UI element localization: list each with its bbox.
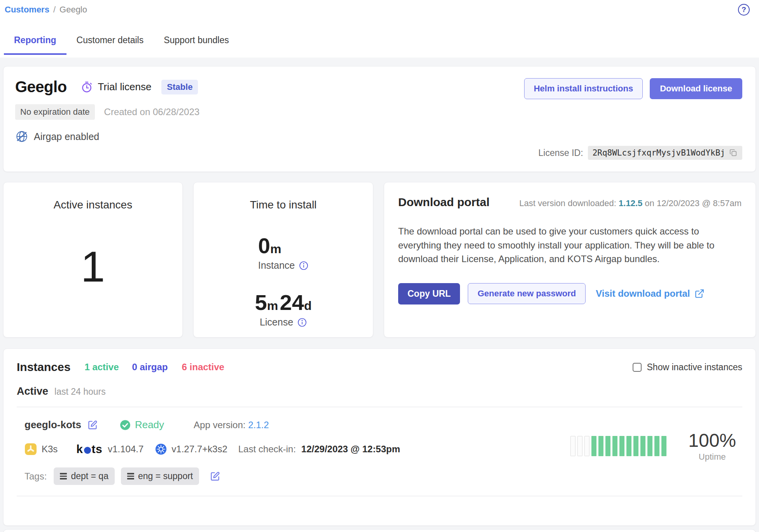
copy-icon[interactable]	[729, 149, 738, 157]
page-content: Geeglo Trial license Stable No exp	[0, 58, 759, 532]
uptime-bars	[570, 436, 666, 456]
customer-title-row: Geeglo Trial license Stable	[15, 78, 199, 96]
instance-name: geeglo-kots	[24, 419, 81, 431]
kots-logo-ts: ts	[92, 443, 103, 456]
trial-timer-icon	[81, 81, 93, 93]
time-to-install-card: Time to install 0m Instance 5m 24d	[193, 182, 373, 338]
customer-header-right: Helm install instructions Download licen…	[524, 78, 742, 160]
active-section-label: Active	[17, 385, 48, 397]
show-inactive-toggle[interactable]: Show inactive instances	[633, 362, 742, 373]
kots-version: v1.104.7	[108, 444, 143, 455]
license-time-value-1: 5	[255, 290, 267, 315]
airgap-count[interactable]: 0 airgap	[132, 362, 168, 373]
ready-label: Ready	[135, 419, 164, 431]
customer-name: Geeglo	[15, 78, 67, 96]
license-time-unit-2: d	[304, 299, 312, 313]
instance-install-time: 0m Instance	[258, 233, 309, 271]
license-info-icon[interactable]	[297, 318, 307, 327]
license-id-label: License ID:	[539, 148, 583, 158]
next-card-peek	[3, 529, 756, 532]
copy-url-button[interactable]: Copy URL	[398, 283, 460, 304]
instance-details: geeglo-kots	[24, 419, 400, 485]
uptime-bar	[640, 436, 645, 456]
download-license-button[interactable]: Download license	[650, 78, 742, 99]
license-type: Trial license	[81, 81, 152, 93]
app-version-link[interactable]: 2.1.2	[248, 420, 269, 430]
uptime-bar	[661, 436, 666, 456]
visit-download-portal-link[interactable]: Visit download portal	[596, 288, 704, 299]
license-id-value: 2Rq8WLcsjfxqrMysjvB1WodYkBj	[593, 148, 725, 158]
show-inactive-label: Show inactive instances	[647, 362, 742, 373]
created-date: Created on 06/28/2023	[104, 107, 200, 117]
k3s-icon	[24, 443, 37, 455]
tag-lines-icon	[127, 473, 134, 480]
last-version-link[interactable]: 1.12.5	[619, 198, 642, 208]
license-type-label: Trial license	[98, 81, 152, 93]
helm-install-instructions-button[interactable]: Helm install instructions	[524, 78, 643, 99]
uptime-value: 100%	[688, 430, 736, 451]
download-portal-actions: Copy URL Generate new password Visit dow…	[398, 283, 742, 304]
tags-label: Tags:	[24, 471, 47, 482]
instance-time-value: 0	[258, 233, 270, 258]
uptime-bar	[591, 436, 596, 456]
uptime-bar	[598, 436, 603, 456]
uptime-bar	[633, 436, 638, 456]
help-icon[interactable]: ?	[738, 4, 750, 16]
instance-uptime: 100% Uptime	[570, 430, 738, 462]
license-id-row: License ID: 2Rq8WLcsjfxqrMysjvB1WodYkBj	[539, 146, 742, 160]
ready-check-icon	[120, 420, 131, 430]
download-portal-description: The download portal can be used to give …	[398, 224, 742, 266]
last-version-label: Last version downloaded:	[519, 198, 616, 208]
active-instances-card: Active instances 1	[3, 182, 183, 338]
instance-versions-row: K3s k ts v1.104.7	[24, 443, 400, 456]
license-time-label: License	[260, 317, 293, 328]
kots-logo-k: k	[76, 443, 83, 456]
tag-label: eng = support	[138, 471, 193, 481]
tab-customer-details[interactable]: Customer details	[66, 29, 154, 55]
download-portal-title: Download portal	[398, 196, 490, 209]
tags-list: dept = qaeng = support	[54, 467, 199, 485]
show-inactive-checkbox[interactable]	[633, 363, 642, 372]
tab-support-bundles[interactable]: Support bundles	[154, 29, 239, 55]
active-count[interactable]: 1 active	[84, 362, 119, 373]
active-section-sublabel: last 24 hours	[54, 387, 106, 397]
customer-meta-row: No expiration date Created on 06/28/2023	[15, 104, 199, 120]
edit-instance-name-icon[interactable]	[87, 420, 98, 430]
uptime-bar	[647, 436, 652, 456]
instance-info-icon[interactable]	[299, 261, 308, 270]
divider	[17, 496, 742, 496]
header-buttons: Helm install instructions Download licen…	[524, 78, 742, 99]
uptime-bar	[626, 436, 631, 456]
time-to-install-title: Time to install	[250, 199, 317, 211]
license-install-time: 5m 24d License	[255, 290, 312, 328]
tag-label: dept = qa	[71, 471, 108, 481]
edit-tags-icon[interactable]	[210, 471, 220, 481]
generate-new-password-button[interactable]: Generate new password	[468, 283, 586, 304]
tab-reporting[interactable]: Reporting	[4, 29, 66, 55]
inactive-count[interactable]: 6 inactive	[182, 362, 224, 373]
kots-logo: k ts	[76, 443, 102, 456]
breadcrumb: Customers / Geeglo	[4, 5, 750, 15]
tag-pill[interactable]: eng = support	[121, 467, 199, 485]
uptime-bar	[619, 436, 624, 456]
app-version-label: App version:	[194, 420, 245, 430]
last-checkin-label: Last check-in:	[238, 444, 296, 455]
breadcrumb-customers-link[interactable]: Customers	[5, 5, 49, 15]
breadcrumb-current: Geeglo	[59, 5, 87, 15]
airgap-globe-icon	[15, 130, 28, 143]
kubernetes-icon	[155, 443, 167, 455]
instance-row: geeglo-kots	[17, 407, 742, 496]
tab-bar: Reporting Customer details Support bundl…	[4, 29, 750, 55]
download-portal-card: Download portal Last version downloaded:…	[384, 182, 756, 338]
instance-time-unit: m	[270, 242, 281, 256]
visit-download-portal-label: Visit download portal	[596, 288, 690, 299]
license-id-chip: 2Rq8WLcsjfxqrMysjvB1WodYkBj	[588, 146, 742, 160]
airgap-label: Airgap enabled	[34, 131, 99, 142]
tag-pill[interactable]: dept = qa	[54, 467, 115, 485]
k8s-version: v1.27.7+k3s2	[171, 444, 227, 455]
tag-lines-icon	[60, 473, 67, 480]
uptime-bar	[570, 436, 575, 456]
uptime-summary: 100% Uptime	[688, 430, 736, 462]
top-header: Customers / Geeglo ? Reporting Customer …	[0, 0, 759, 58]
last-checkin-value: 12/29/2023 @ 12:53pm	[301, 444, 400, 455]
